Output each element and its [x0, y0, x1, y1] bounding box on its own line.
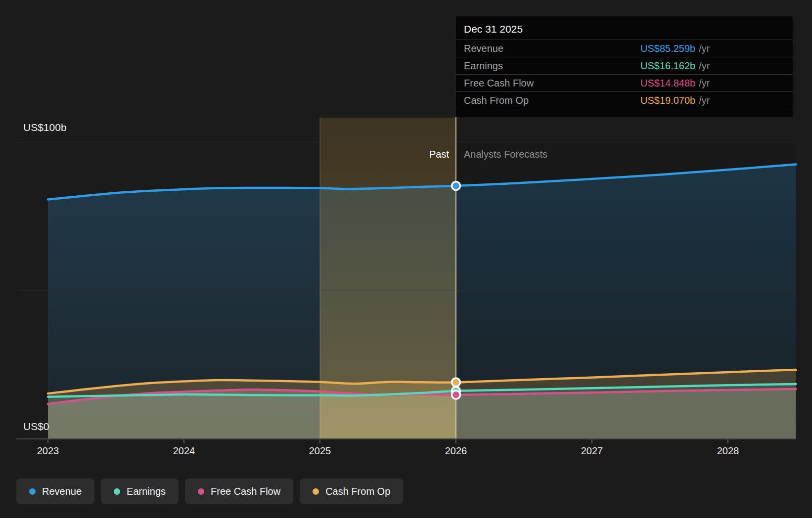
- legend-item-label: Earnings: [127, 486, 166, 497]
- tooltip-row-label: Free Cash Flow: [464, 78, 534, 88]
- tooltip-row-value: US$19.070b: [640, 95, 695, 106]
- legend: Revenue Earnings Free Cash Flow Cash Fro…: [16, 478, 403, 504]
- past-label: Past: [429, 149, 449, 160]
- tooltip-row-label: Revenue: [464, 43, 503, 54]
- x-axis-label-2027: 2027: [581, 445, 603, 457]
- legend-item-revenue[interactable]: Revenue: [16, 478, 94, 504]
- legend-dot-icon: [29, 488, 36, 495]
- tooltip: Dec 31 2025 Revenue US$85.259b/yr Earnin…: [456, 16, 793, 117]
- tooltip-row-label: Cash From Op: [464, 95, 529, 106]
- tooltip-row-suffix: /yr: [699, 78, 710, 88]
- marker-revenue[interactable]: [452, 182, 460, 190]
- tooltip-row-suffix: /yr: [699, 43, 710, 54]
- legend-item-label: Free Cash Flow: [211, 486, 280, 497]
- x-axis-label-2024: 2024: [173, 445, 195, 457]
- tooltip-row-value: US$14.848b: [640, 78, 695, 88]
- highlight-band: [320, 118, 456, 439]
- tooltip-row: Revenue US$85.259b/yr: [456, 40, 793, 57]
- tooltip-row: Free Cash Flow US$14.848b/yr: [456, 75, 793, 92]
- forecast-label: Analysts Forecasts: [464, 149, 547, 160]
- tooltip-row-value: US$16.162b: [640, 60, 695, 71]
- tooltip-row-suffix: /yr: [699, 95, 710, 106]
- tooltip-row-value: US$85.259b: [640, 43, 695, 54]
- legend-item-label: Cash From Op: [325, 486, 390, 497]
- legend-item-cash-from-op[interactable]: Cash From Op: [300, 478, 403, 504]
- x-axis-label-2025: 2025: [309, 445, 331, 457]
- x-axis-label-2028: 2028: [717, 445, 739, 457]
- marker-free-cash-flow[interactable]: [452, 390, 460, 399]
- tooltip-row: Earnings US$16.162b/yr: [456, 57, 793, 75]
- x-axis-label-2023: 2023: [37, 445, 59, 457]
- y-axis-label-bottom: US$0: [23, 421, 49, 432]
- tooltip-row-suffix: /yr: [699, 60, 710, 71]
- legend-item-free-cash-flow[interactable]: Free Cash Flow: [185, 478, 293, 504]
- chart-root: US$100b US$0 2023 2024 2025 2026 2027 20…: [0, 0, 812, 518]
- legend-dot-icon: [114, 488, 120, 495]
- marker-cash-from-op[interactable]: [452, 378, 460, 387]
- x-axis-label-2026: 2026: [445, 445, 467, 457]
- legend-item-earnings[interactable]: Earnings: [101, 478, 179, 504]
- legend-dot-icon: [313, 488, 319, 495]
- tooltip-row: Cash From Op US$19.070b/yr: [456, 92, 793, 109]
- legend-item-label: Revenue: [42, 486, 82, 497]
- y-axis-label-top: US$100b: [23, 122, 67, 133]
- tooltip-title: Dec 31 2025: [456, 16, 793, 40]
- legend-dot-icon: [198, 488, 204, 495]
- tooltip-row-label: Earnings: [464, 60, 503, 71]
